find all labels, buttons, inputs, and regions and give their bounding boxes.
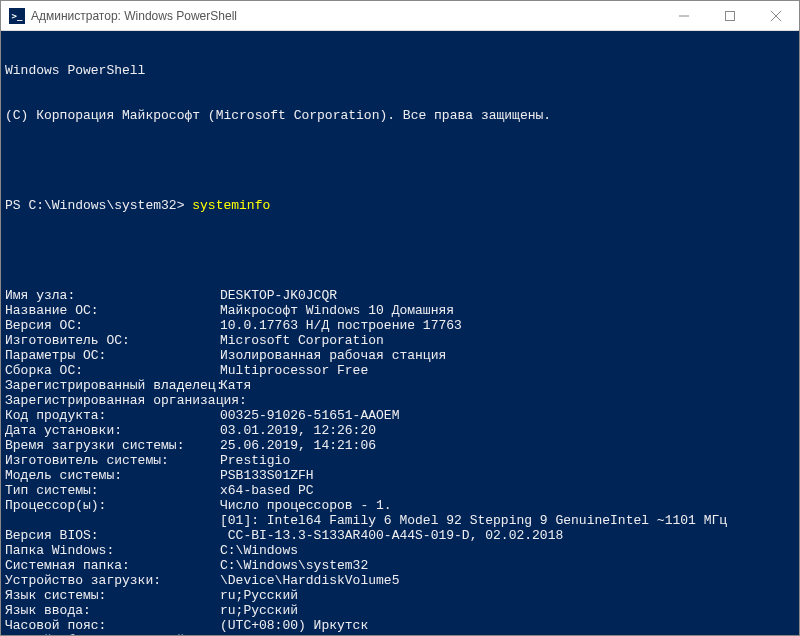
- output-row: Сборка ОС:Multiprocessor Free: [5, 363, 795, 378]
- row-label: Название ОС:: [5, 303, 220, 318]
- maximize-button[interactable]: [707, 1, 753, 30]
- output-row: Часовой пояс:(UTC+08:00) Иркутск: [5, 618, 795, 633]
- output-row: Код продукта:00325-91026-51651-AAOEM: [5, 408, 795, 423]
- row-label: Изготовитель ОС:: [5, 333, 220, 348]
- row-value: ru;Русский: [220, 603, 795, 618]
- row-value: \Device\HarddiskVolume5: [220, 573, 795, 588]
- terminal-body[interactable]: Windows PowerShell (C) Корпорация Майкро…: [1, 31, 799, 635]
- row-value: DESKTOP-JK0JCQR: [220, 288, 795, 303]
- row-value: [220, 393, 795, 408]
- output-row: Тип системы:x64-based PC: [5, 483, 795, 498]
- row-value: Катя: [220, 378, 795, 393]
- output-row: Изготовитель ОС:Microsoft Corporation: [5, 333, 795, 348]
- prompt-line: PS C:\Windows\system32> systeminfo: [5, 198, 795, 213]
- output-row: Папка Windows:C:\Windows: [5, 543, 795, 558]
- titlebar[interactable]: >_ Администратор: Windows PowerShell: [1, 1, 799, 31]
- command-text: systeminfo: [192, 198, 270, 213]
- output-row: Язык ввода:ru;Русский: [5, 603, 795, 618]
- row-value: 00325-91026-51651-AAOEM: [220, 408, 795, 423]
- output-row: [01]: Intel64 Family 6 Model 92 Stepping…: [5, 513, 795, 528]
- output-row: Модель системы:PSB133S01ZFH: [5, 468, 795, 483]
- output-row: Полный объем физической памяти:2 905 МБ: [5, 633, 795, 635]
- output-row: Язык системы:ru;Русский: [5, 588, 795, 603]
- output-row: Название ОС:Майкрософт Windows 10 Домашн…: [5, 303, 795, 318]
- blank-line: [5, 153, 795, 168]
- row-label: Язык системы:: [5, 588, 220, 603]
- svg-rect-1: [726, 11, 735, 20]
- row-label: Часовой пояс:: [5, 618, 220, 633]
- row-value: [01]: Intel64 Family 6 Model 92 Stepping…: [220, 513, 795, 528]
- output-row: Версия ОС:10.0.17763 Н/Д построение 1776…: [5, 318, 795, 333]
- output-row: Системная папка:C:\Windows\system32: [5, 558, 795, 573]
- close-icon: [771, 11, 781, 21]
- output-rows: Имя узла:DESKTOP-JK0JCQRНазвание ОС:Майк…: [5, 288, 795, 635]
- powershell-window: >_ Администратор: Windows PowerShell Win…: [0, 0, 800, 636]
- row-value: PSB133S01ZFH: [220, 468, 795, 483]
- row-label: Зарегистрированная организация:: [5, 393, 220, 408]
- output-row: Изготовитель системы:Prestigio: [5, 453, 795, 468]
- row-value: C:\Windows: [220, 543, 795, 558]
- output-row: Процессор(ы):Число процессоров - 1.: [5, 498, 795, 513]
- row-label: Дата установки:: [5, 423, 220, 438]
- maximize-icon: [725, 11, 735, 21]
- row-value: Число процессоров - 1.: [220, 498, 795, 513]
- row-label: Параметры ОС:: [5, 348, 220, 363]
- row-label: Процессор(ы):: [5, 498, 220, 513]
- row-value: (UTC+08:00) Иркутск: [220, 618, 795, 633]
- row-value: Изолированная рабочая станция: [220, 348, 795, 363]
- output-row: Параметры ОС:Изолированная рабочая станц…: [5, 348, 795, 363]
- prompt-text: PS C:\Windows\system32>: [5, 198, 192, 213]
- row-value: 03.01.2019, 12:26:20: [220, 423, 795, 438]
- window-controls: [661, 1, 799, 30]
- row-label: [5, 513, 220, 528]
- row-label: Полный объем физической памяти:: [5, 633, 220, 635]
- output-row: Время загрузки системы:25.06.2019, 14:21…: [5, 438, 795, 453]
- row-label: Тип системы:: [5, 483, 220, 498]
- row-label: Версия ОС:: [5, 318, 220, 333]
- output-row: Зарегистрированная организация:: [5, 393, 795, 408]
- output-row: Устройство загрузки:\Device\HarddiskVolu…: [5, 573, 795, 588]
- row-value: ru;Русский: [220, 588, 795, 603]
- row-label: Сборка ОС:: [5, 363, 220, 378]
- row-label: Версия BIOS:: [5, 528, 220, 543]
- minimize-button[interactable]: [661, 1, 707, 30]
- row-value: 2 905 МБ: [220, 633, 795, 635]
- powershell-icon: >_: [9, 8, 25, 24]
- output-row: Версия BIOS: CC-BI-13.3-S133AR400-A44S-0…: [5, 528, 795, 543]
- row-value: Microsoft Corporation: [220, 333, 795, 348]
- row-value: 10.0.17763 Н/Д построение 17763: [220, 318, 795, 333]
- row-label: Изготовитель системы:: [5, 453, 220, 468]
- row-label: Зарегистрированный владелец:: [5, 378, 220, 393]
- row-label: Устройство загрузки:: [5, 573, 220, 588]
- blank-line: [5, 243, 795, 258]
- row-label: Код продукта:: [5, 408, 220, 423]
- window-title: Администратор: Windows PowerShell: [31, 9, 661, 23]
- row-label: Модель системы:: [5, 468, 220, 483]
- row-value: 25.06.2019, 14:21:06: [220, 438, 795, 453]
- close-button[interactable]: [753, 1, 799, 30]
- row-value: Prestigio: [220, 453, 795, 468]
- row-label: Время загрузки системы:: [5, 438, 220, 453]
- row-value: Multiprocessor Free: [220, 363, 795, 378]
- row-value: x64-based PC: [220, 483, 795, 498]
- row-label: Папка Windows:: [5, 543, 220, 558]
- row-value: C:\Windows\system32: [220, 558, 795, 573]
- minimize-icon: [679, 11, 689, 21]
- row-label: Язык ввода:: [5, 603, 220, 618]
- output-row: Имя узла:DESKTOP-JK0JCQR: [5, 288, 795, 303]
- row-label: Системная папка:: [5, 558, 220, 573]
- output-row: Дата установки:03.01.2019, 12:26:20: [5, 423, 795, 438]
- header-line-1: Windows PowerShell: [5, 63, 795, 78]
- header-line-2: (C) Корпорация Майкрософт (Microsoft Cor…: [5, 108, 795, 123]
- row-value: Майкрософт Windows 10 Домашняя: [220, 303, 795, 318]
- output-row: Зарегистрированный владелец:Катя: [5, 378, 795, 393]
- row-label: Имя узла:: [5, 288, 220, 303]
- row-value: CC-BI-13.3-S133AR400-A44S-019-D, 02.02.2…: [220, 528, 795, 543]
